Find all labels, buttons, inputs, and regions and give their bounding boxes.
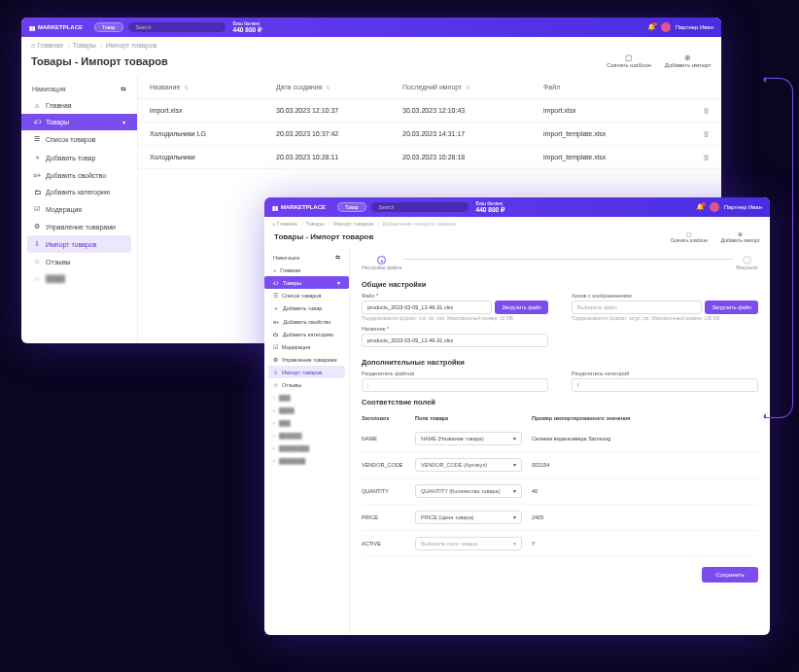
sidebar-item-manage-products[interactable]: ⚙Управление товарами	[27, 218, 131, 235]
cell-last: 20.03.2023 10:28:18	[402, 154, 543, 160]
sidebar-item-manage-products[interactable]: ⚙Управление товарами	[268, 353, 345, 366]
map-select[interactable]: NAME (Название товара)▾	[415, 432, 522, 445]
map-header: VENDOR_CODE	[362, 462, 415, 468]
label-delim-files: Разделитель файлов	[362, 371, 548, 376]
plus-icon: ⊕	[721, 230, 760, 237]
download-icon: ▢	[607, 53, 651, 62]
save-button[interactable]: Сохранить	[702, 567, 758, 583]
map-example: Y	[532, 541, 758, 547]
map-example: 002154	[532, 462, 758, 468]
avatar[interactable]	[661, 22, 671, 32]
file-input[interactable]: products_2023-03-09_12-49-31.xlsx	[362, 301, 492, 314]
delim-files-input[interactable]: ;	[362, 378, 548, 392]
sidebar-item-reviews[interactable]: ☆Отзывы	[268, 378, 345, 391]
table-row[interactable]: Холодильники LG 20.03.2023 10:37:42 20.0…	[138, 123, 721, 146]
chevron-down-icon: ▾	[513, 514, 516, 520]
collapse-icon[interactable]: ⇆	[335, 255, 340, 261]
sidebar-item-moderation[interactable]: ☑Модерация	[27, 200, 131, 218]
upload-file-button[interactable]: Загрузить файл	[495, 301, 548, 314]
sidebar-item-moderation[interactable]: ☑Модерация	[268, 340, 345, 353]
collapse-icon[interactable]: ⇆	[121, 86, 126, 93]
map-select[interactable]: Выберите поле товара▾	[415, 537, 522, 550]
sidebar-item-reviews[interactable]: ☆Отзывы	[27, 253, 131, 270]
delete-icon[interactable]: 🗑	[696, 130, 710, 137]
plus-icon: ⊕	[665, 53, 712, 62]
sidebar-item-add-category[interactable]: 🗀Добавить категорию	[268, 328, 345, 340]
cell-file: import_template.xlsx	[543, 130, 696, 137]
sort-icon[interactable]: ⇅	[466, 85, 470, 90]
sidebar-item-blurred: ▪████	[27, 270, 131, 287]
products-badge[interactable]: Товар	[94, 22, 123, 32]
sidebar-item-product-list[interactable]: ☰Список товаров	[268, 289, 345, 301]
bell-icon[interactable]: 🔔	[647, 23, 656, 31]
logo[interactable]: ▮▮ MARKETPLACE	[272, 204, 326, 211]
th-created[interactable]: Дата создания	[276, 84, 322, 90]
file-hint: Поддерживается формат: csv, xls, xlsx. М…	[362, 316, 548, 321]
map-select[interactable]: VENDOR_CODE (Артикул)▾	[415, 458, 522, 472]
delete-icon[interactable]: 🗑	[696, 154, 710, 160]
sidebar-item-home[interactable]: ⌂Главная	[27, 97, 131, 114]
download-template-button[interactable]: ▢Скачать шаблон	[607, 53, 651, 68]
mapping-row: NAME NAME (Название товара)▾ Сетевая вид…	[362, 426, 758, 452]
sidebar-item-home[interactable]: ⌂Главная	[268, 264, 345, 276]
mapping-row: PRICE PRICE (Цена товара)▾ 2405	[362, 505, 758, 531]
chevron-down-icon: ▾	[337, 280, 340, 286]
sort-icon[interactable]: ⇅	[184, 85, 189, 90]
sidebar-item-products[interactable]: 🏷Товары▾	[21, 114, 137, 130]
map-select[interactable]: PRICE (Цена товара)▾	[415, 511, 522, 524]
section-mapping: Соответствие полей	[362, 398, 758, 407]
sidebar-item-add-property[interactable]: ≡+Добавить свойство	[268, 315, 345, 328]
table-row[interactable]: import.xlsx 30.03.2023 12:10:37 30.03.20…	[138, 99, 721, 123]
user-name[interactable]: Партнер Иван	[676, 24, 713, 30]
add-import-button[interactable]: ⊕Добавить импорт	[721, 230, 760, 243]
sidebar-item-add-product[interactable]: ＋Добавить товар	[27, 148, 131, 167]
cell-created: 20.03.2023 10:37:42	[276, 130, 402, 137]
map-header: PRICE	[362, 514, 415, 520]
sidebar: Навигация⇆ ⌂Главная 🏷Товары▾ ☰Список тов…	[21, 76, 138, 343]
th-name[interactable]: Название	[150, 84, 180, 90]
map-select[interactable]: QUANTITY (Количество товара)▾	[415, 484, 522, 498]
sidebar-item-add-property[interactable]: ≡+Добавить свойство	[27, 167, 131, 184]
sidebar-item-add-product[interactable]: ＋Добавить товар	[268, 301, 345, 315]
plus-icon: ≡+	[33, 172, 41, 179]
search-input[interactable]: Search	[371, 202, 469, 212]
add-import-button[interactable]: ⊕Добавить импорт	[665, 53, 712, 68]
crumb-products[interactable]: Товары	[73, 42, 96, 49]
avatar[interactable]	[710, 202, 719, 212]
th-last[interactable]: Последний импорт	[402, 84, 462, 90]
logo[interactable]: ▮▮ MARKETPLACE	[29, 24, 83, 31]
chevron-down-icon: ▾	[513, 462, 516, 468]
bell-icon[interactable]: 🔔	[696, 203, 705, 211]
sidebar-item-product-list[interactable]: ☰Список товаров	[27, 130, 131, 148]
crumb-home[interactable]: Главная	[37, 42, 63, 49]
map-header: NAME	[362, 436, 415, 442]
breadcrumb: ⌂ Главная /Товары /Импорт товаров	[21, 37, 721, 53]
cell-file: import.xlsx	[543, 107, 696, 114]
balance: Ваш баланс440 800 ₽	[233, 21, 261, 34]
delim-cats-input[interactable]: /	[572, 378, 758, 392]
search-input[interactable]: Search	[128, 22, 226, 32]
products-badge[interactable]: Товар	[337, 202, 366, 212]
topbar-2: ▮▮ MARKETPLACE Товар Search Ваш баланс44…	[264, 197, 770, 217]
archive-input[interactable]: Выберите файл	[572, 301, 702, 314]
download-template-button[interactable]: ▢Скачать шаблон	[671, 230, 708, 243]
table-row[interactable]: Холодильники 20.03.2023 10:28:11 20.03.2…	[138, 146, 721, 169]
sidebar-item-import[interactable]: ⇩Импорт товаров	[268, 366, 345, 378]
name-input[interactable]: products_2023-03-09_12-49-31.xlsx	[362, 334, 548, 347]
user-name[interactable]: Партнер Иван	[724, 204, 762, 210]
delete-icon[interactable]: 🗑	[696, 107, 710, 114]
archive-hint: Поддерживается формат: tar.gz, zip. Макс…	[572, 316, 758, 321]
list-icon: ☰	[33, 135, 41, 143]
page-title: Товары - Импорт товаров	[31, 55, 168, 67]
section-general: Общие настройки	[362, 280, 758, 289]
sidebar-item-add-category[interactable]: 🗀Добавить категорию	[27, 184, 131, 200]
sidebar-item-products[interactable]: 🏷Товары▾	[264, 276, 349, 289]
sidebar-item-import[interactable]: ⇩Импорт товаров	[27, 235, 131, 253]
map-example: Сетевая видеокамера Samsung	[532, 436, 758, 442]
chevron-down-icon: ▾	[513, 436, 516, 442]
home-icon: ⌂	[33, 102, 41, 109]
th-file[interactable]: Файл	[543, 84, 560, 90]
upload-archive-button[interactable]: Загрузить файл	[705, 301, 758, 314]
sort-icon[interactable]: ⇅	[326, 85, 330, 90]
step-dot-active: ●	[377, 256, 386, 265]
